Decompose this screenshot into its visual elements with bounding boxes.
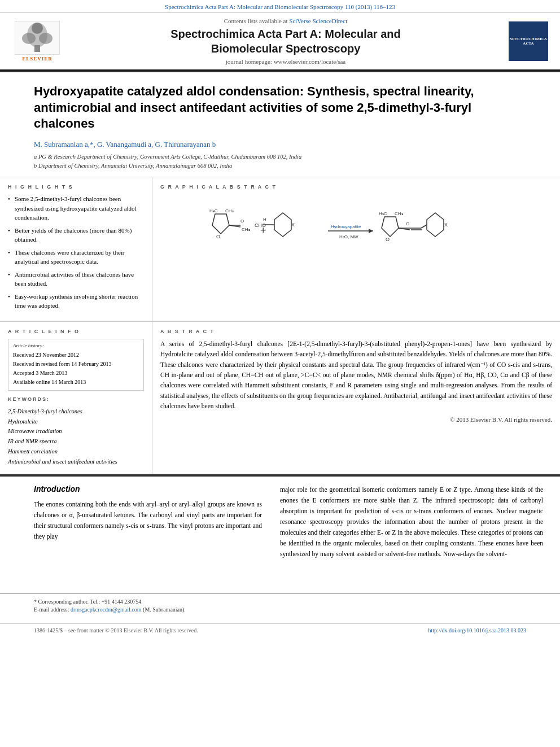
corresponding-author: * Corresponding author. Tel.: +91 4144 2…: [34, 599, 526, 605]
keyword-1: 2,5-Dimethyl-3-furyl chalcones: [8, 407, 144, 417]
journal-title-section: Contents lists available at SciVerse Sci…: [72, 18, 499, 65]
keyword-4: IR and NMR spectra: [8, 436, 144, 447]
graphical-abstract-heading: G R A P H I C A L A B S T R A C T: [160, 184, 552, 190]
svg-text:CH₃: CH₃: [242, 227, 250, 232]
abstract-heading: A B S T R A C T: [160, 329, 552, 334]
sciverse-text: Contents lists available at SciVerse Sci…: [72, 18, 499, 24]
highlight-item-4: Antimicrobial activities of these chalco…: [8, 270, 144, 289]
revised-date: Received in revised form 14 February 201…: [13, 360, 139, 369]
elsevier-brand-text: ELSEVIER: [22, 56, 53, 62]
graphical-abstract-column: G R A P H I C A L A B S T R A C T O H₃C …: [152, 177, 560, 321]
highlights-column: H I G H L I G H T S Some 2,5-dimethyl-3-…: [0, 177, 152, 321]
affiliation-b: b Department of Chemistry, Annamalai Uni…: [34, 161, 526, 171]
keyword-6: Antimicrobial and insect antifeedant act…: [8, 457, 144, 467]
highlights-list: Some 2,5-dimethyl-3-furyl chalcones been…: [8, 194, 144, 311]
svg-text:O: O: [386, 237, 390, 242]
svg-text:H₃C: H₃C: [209, 208, 218, 213]
svg-text:X: X: [444, 222, 448, 228]
footnote-area: * Corresponding author. Tel.: +91 4144 2…: [0, 593, 560, 637]
elsevier-tree-svg: [18, 23, 57, 54]
abstract-column: A B S T R A C T A series of 2,5-dimethyl…: [152, 322, 560, 474]
article-authors: M. Subramanian a,*, G. Vanangamudi a, G.…: [34, 140, 526, 149]
intro-right-column: major role for the geometrical isomeric …: [271, 484, 560, 560]
email-footnote: E-mail address: drmsgacpkcrocdm@gmail.co…: [34, 606, 526, 613]
journal-logo-text: SPECTROCHIMICAACTA: [510, 37, 547, 46]
graphical-abstract-diagram: O H₃C CH₃ O CH₃ + X: [160, 194, 552, 268]
highlight-item-3: These chalcones were characterized by th…: [8, 248, 144, 267]
elsevier-logo: [15, 21, 60, 55]
intro-left-column: Introduction The enones containing both …: [0, 484, 271, 560]
svg-text:X: X: [291, 222, 295, 228]
highlights-abstract-section: H I G H L I G H T S Some 2,5-dimethyl-3-…: [0, 177, 560, 321]
copyright-notice: © 2013 Elsevier B.V. All rights reserved…: [160, 416, 552, 423]
reaction-scheme-svg: O H₃C CH₃ O CH₃ + X: [204, 200, 509, 262]
affiliation-a: a PG & Research Department of Chemistry,…: [34, 152, 526, 161]
svg-text:H: H: [263, 217, 266, 222]
article-title: Hydroxyapatite catalyzed aldol condensat…: [34, 84, 526, 132]
article-title-section: Hydroxyapatite catalyzed aldol condensat…: [0, 72, 560, 177]
journal-logo-section: SPECTROCHIMICAACTA: [506, 18, 551, 65]
introduction-section: Introduction The enones containing both …: [0, 475, 560, 560]
svg-marker-14: [274, 213, 291, 237]
journal-banner: ELSEVIER Contents lists available at Sci…: [0, 13, 560, 71]
svg-point-4: [32, 23, 43, 34]
journal-ref-text: Spectrochimica Acta Part A: Molecular an…: [165, 3, 395, 10]
keyword-3: Microwave irradiation: [8, 426, 144, 436]
received-date: Received 23 November 2012: [13, 351, 139, 360]
highlight-item-5: Easy-workup synthesis involving shorter …: [8, 292, 144, 311]
svg-marker-20: [369, 229, 373, 233]
journal-homepage: journal homepage: www.elsevier.com/locat…: [72, 58, 499, 65]
svg-text:H₃C: H₃C: [379, 211, 387, 216]
svg-text:O: O: [216, 234, 220, 239]
svg-text:Hydroxyapatite: Hydroxyapatite: [331, 224, 361, 229]
issn-text: 1386-1425/$ – see front matter © 2013 El…: [34, 627, 198, 634]
article-info-heading: A R T I C L E I N F O: [8, 329, 144, 334]
svg-point-2: [22, 33, 36, 44]
journal-reference-header: Spectrochimica Acta Part A: Molecular an…: [0, 0, 560, 13]
accepted-date: Accepted 3 March 2013: [13, 369, 139, 378]
article-history-box: Article history: Received 23 November 20…: [8, 339, 144, 391]
svg-line-34: [421, 225, 427, 228]
keyword-5: Hammett correlation: [8, 447, 144, 457]
page-footer: 1386-1425/$ – see front matter © 2013 El…: [0, 623, 560, 637]
svg-text:CHO: CHO: [255, 222, 266, 228]
elsevier-logo-section: ELSEVIER: [9, 18, 65, 65]
sciverse-link[interactable]: SciVerse ScienceDirect: [289, 18, 347, 24]
introduction-heading: Introduction: [34, 484, 262, 493]
keywords-list: 2,5-Dimethyl-3-furyl chalcones Hydrotalc…: [8, 407, 144, 467]
history-label: Article history:: [13, 343, 139, 348]
highlights-heading: H I G H L I G H T S: [8, 184, 144, 190]
svg-text:O: O: [240, 219, 244, 224]
footnote-section: * Corresponding author. Tel.: +91 4144 2…: [0, 593, 560, 619]
intro-text-right: major role for the geometrical isomeric …: [280, 484, 543, 560]
svg-text:O: O: [406, 221, 409, 226]
article-affiliations: a PG & Research Department of Chemistry,…: [34, 152, 526, 171]
online-date: Available online 14 March 2013: [13, 378, 139, 387]
keywords-heading: Keywords:: [8, 396, 144, 402]
doi-link[interactable]: http://dx.doi.org/10.1016/j.saa.2013.03.…: [428, 627, 526, 634]
info-abstract-section: A R T I C L E I N F O Article history: R…: [0, 322, 560, 474]
highlight-item-1: Some 2,5-dimethyl-3-furyl chalcones been…: [8, 194, 144, 222]
keyword-2: Hydrotalcite: [8, 417, 144, 427]
svg-marker-23: [382, 217, 399, 237]
svg-marker-32: [427, 213, 444, 237]
abstract-text: A series of 2,5-dimethyl-3-furyl chalcon…: [160, 339, 552, 412]
svg-text:H₂O, MW: H₂O, MW: [339, 234, 358, 239]
highlight-item-2: Better yields of the chalcones (more tha…: [8, 226, 144, 244]
article-info-column: A R T I C L E I N F O Article history: R…: [0, 322, 152, 474]
email-address[interactable]: drmsgacpkcrocdm@gmail.com: [71, 606, 142, 613]
keywords-section: Keywords: 2,5-Dimethyl-3-furyl chalcones…: [8, 396, 144, 467]
journal-logo-box: SPECTROCHIMICAACTA: [509, 21, 548, 61]
intro-text-left: The enones containing both the ends with…: [34, 499, 262, 542]
svg-point-3: [39, 33, 53, 44]
svg-marker-5: [212, 214, 229, 234]
svg-text:CH₃: CH₃: [225, 208, 234, 213]
journal-title: Spectrochimica Acta Part A: Molecular an…: [72, 27, 499, 56]
svg-text:CH₃: CH₃: [395, 211, 403, 216]
